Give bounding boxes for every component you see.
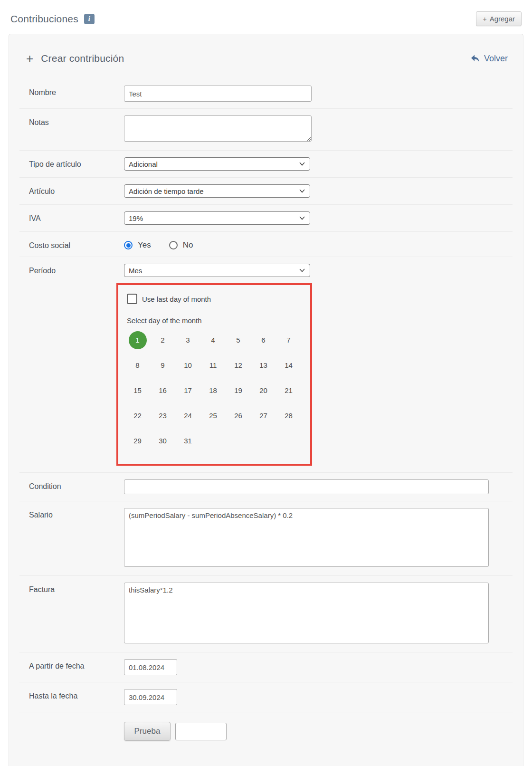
day-cell[interactable]: 24 (175, 403, 200, 428)
plus-icon: + (483, 15, 486, 23)
field-row-hasta-la-fecha: Hasta la fecha (19, 682, 513, 712)
radio-circle-icon (124, 241, 133, 249)
day-cell[interactable]: 13 (251, 353, 276, 378)
periodo-select[interactable]: Mes (124, 264, 310, 277)
use-last-day-checkbox[interactable] (127, 294, 137, 304)
plus-icon: + (26, 52, 33, 65)
iva-selected-value: 19% (129, 214, 143, 222)
costo-social-label: Costo social (29, 239, 124, 250)
day-cell[interactable]: 19 (226, 378, 251, 403)
day-cell[interactable]: 5 (226, 327, 251, 353)
create-contribution-panel: + Crear contribución Volver Nombre Notas… (9, 34, 523, 766)
a-partir-de-fecha-label: A partir de fecha (29, 659, 124, 675)
page-title: Contribuciones (10, 13, 78, 25)
day-cell[interactable]: 4 (200, 327, 226, 353)
field-row-nombre: Nombre (19, 79, 513, 108)
periodo-label: Período (29, 264, 124, 466)
field-row-condition: Condition (19, 472, 513, 501)
volver-link-label: Volver (484, 54, 508, 64)
prueba-result-input[interactable] (175, 723, 227, 740)
chevron-down-icon (299, 162, 305, 166)
use-last-day-label: Use last day of month (142, 295, 211, 303)
day-cell[interactable]: 3 (175, 327, 200, 353)
panel-header: + Crear contribución Volver (19, 42, 513, 79)
nombre-input[interactable] (124, 86, 312, 102)
contribution-form: Nombre Notas Tipo de artículo Adicional … (19, 79, 513, 760)
day-cell[interactable]: 20 (251, 378, 276, 403)
field-row-periodo: Período Mes Use last day of month Select… (19, 257, 513, 472)
tipo-articulo-select[interactable]: Adicional (124, 157, 310, 171)
articulo-label: Artículo (29, 184, 124, 198)
factura-textarea[interactable]: thisSalary*1.2 (124, 583, 489, 643)
day-cell[interactable]: 22 (125, 403, 150, 428)
day-picker-highlight-box: Use last day of month Select day of the … (116, 283, 312, 466)
day-cell[interactable]: 12 (226, 353, 251, 378)
agregar-button-label: Agregar (490, 15, 515, 23)
day-cell[interactable]: 17 (175, 378, 200, 403)
prueba-button[interactable]: Prueba (124, 722, 171, 741)
day-cell[interactable]: 30 (150, 428, 175, 453)
field-row-factura: Factura thisSalary*1.2 (19, 575, 513, 652)
day-cell[interactable]: 6 (251, 327, 276, 353)
panel-title: Crear contribución (41, 53, 124, 64)
page-header: Contribuciones i + Agregar (0, 0, 532, 34)
volver-link[interactable]: Volver (471, 54, 508, 64)
periodo-selected-value: Mes (129, 267, 142, 275)
radio-yes[interactable]: Yes (124, 240, 151, 250)
radio-no[interactable]: No (169, 240, 193, 250)
field-row-prueba: Prueba (19, 712, 513, 760)
field-row-articulo: Artículo Adición de tiempo tarde (19, 177, 513, 204)
undo-arrow-icon (471, 55, 480, 63)
chevron-down-icon (299, 189, 305, 193)
day-cell[interactable]: 9 (150, 353, 175, 378)
day-cell[interactable]: 16 (150, 378, 175, 403)
day-cell[interactable]: 10 (175, 353, 200, 378)
articulo-select[interactable]: Adición de tiempo tarde (124, 184, 310, 198)
a-partir-de-fecha-input[interactable] (124, 659, 177, 675)
agregar-button[interactable]: + Agregar (476, 11, 522, 26)
notas-textarea[interactable] (124, 115, 312, 142)
tipo-articulo-selected-value: Adicional (129, 160, 158, 168)
factura-label: Factura (29, 583, 124, 645)
day-cell[interactable]: 28 (276, 403, 301, 428)
day-cell[interactable]: 29 (125, 428, 150, 453)
day-grid: 1234567891011121314151617181920212223242… (125, 327, 310, 453)
day-cell[interactable]: 11 (200, 353, 226, 378)
day-cell[interactable]: 23 (150, 403, 175, 428)
condition-label: Condition (29, 479, 124, 494)
chevron-down-icon (299, 216, 305, 220)
iva-select[interactable]: 19% (124, 211, 310, 225)
select-day-label: Select day of the month (125, 305, 310, 327)
day-cell[interactable]: 14 (276, 353, 301, 378)
radio-yes-label: Yes (138, 240, 151, 250)
prueba-spacer (29, 719, 124, 753)
field-row-a-partir-de-fecha: A partir de fecha (19, 652, 513, 682)
nombre-label: Nombre (29, 86, 124, 102)
field-row-iva: IVA 19% (19, 204, 513, 231)
day-cell[interactable]: 21 (276, 378, 301, 403)
day-cell[interactable]: 25 (200, 403, 226, 428)
info-icon[interactable]: i (84, 14, 95, 24)
day-cell[interactable]: 18 (200, 378, 226, 403)
field-row-notas: Notas (19, 108, 513, 150)
day-cell[interactable]: 7 (276, 327, 301, 353)
salario-label: Salario (29, 508, 124, 569)
notas-label: Notas (29, 115, 124, 144)
tipo-articulo-label: Tipo de artículo (29, 157, 124, 171)
day-cell[interactable]: 15 (125, 378, 150, 403)
field-row-costo-social: Costo social Yes No (19, 231, 513, 257)
day-cell[interactable]: 2 (150, 327, 175, 353)
day-cell-selected[interactable]: 1 (129, 331, 147, 349)
day-cell[interactable]: 31 (175, 428, 200, 453)
hasta-la-fecha-label: Hasta la fecha (29, 689, 124, 705)
field-row-tipo-articulo: Tipo de artículo Adicional (19, 150, 513, 177)
chevron-down-icon (299, 268, 305, 272)
day-cell[interactable]: 27 (251, 403, 276, 428)
condition-input[interactable] (124, 479, 489, 494)
day-cell[interactable]: 26 (226, 403, 251, 428)
field-row-salario: Salario (sumPeriodSalary - sumPeriodAbse… (19, 501, 513, 575)
day-cell[interactable]: 8 (125, 353, 150, 378)
salario-textarea[interactable]: (sumPeriodSalary - sumPeriodAbsenceSalar… (124, 508, 489, 567)
radio-no-label: No (183, 240, 193, 250)
hasta-la-fecha-input[interactable] (124, 689, 177, 705)
